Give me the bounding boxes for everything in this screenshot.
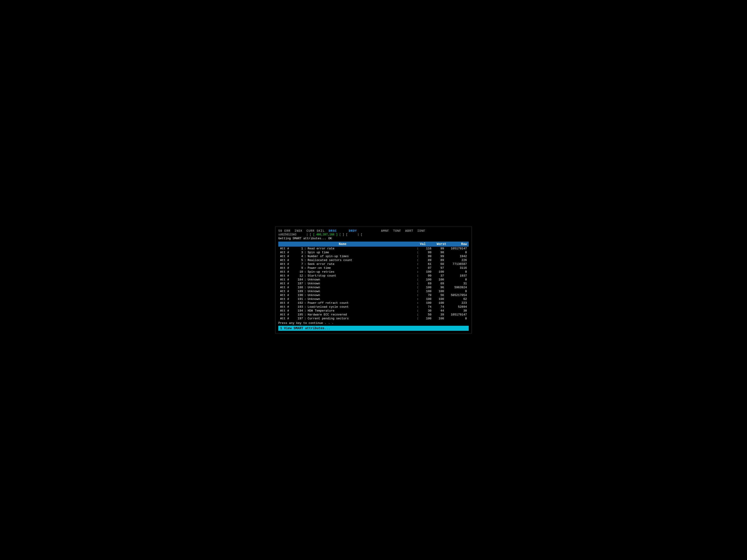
colon2-sep: : [415,251,420,254]
att-number: 9 [293,266,303,270]
table-row: Att # 5 : Reallocated sectors count : 89… [278,258,469,262]
colon2-sep: : [415,297,420,301]
attr-val: 100 [420,286,431,289]
att-number: 184 [293,278,303,282]
attr-raw: 5963924 [444,286,467,289]
colon2-sep: : [415,266,420,270]
address-value: [ 480,397,168 ] [ [313,233,341,236]
attr-val: 116 [420,247,431,250]
attr-worst: 100 [431,297,444,301]
attr-raw: 0 [444,270,467,274]
colon-sep: : [303,313,308,316]
attr-name: Spin-up retries [308,270,415,274]
att-label: Att # [280,293,293,297]
att-label: Att # [280,301,293,305]
attr-name: Hardware ECC recovered [308,313,415,316]
colon-sep: : [303,305,308,309]
attr-val: 74 [420,305,431,309]
colon2-sep: : [415,317,420,320]
attr-worst: 99 [431,247,444,250]
att-label: Att # [280,259,293,262]
attr-name: Power-off retract count [308,301,415,305]
colon2-sep: : [415,309,420,313]
table-row: Att # 9 : Power-on time : 97 97 3116 [278,266,469,270]
att-number: 189 [293,290,303,293]
attr-worst: 100 [431,290,444,293]
attr-val: 100 [420,297,431,301]
colon-sep: : [303,282,308,285]
attr-worst: 99 [431,255,444,258]
table-header: Name Val Worst Raw [278,242,469,247]
att-number: 195 [293,313,303,316]
att-label: Att # [280,274,293,277]
att-label: Att # [280,251,293,254]
attr-raw: 77136587 [444,262,467,266]
attr-raw: 105179147 [444,247,467,250]
table-row: Att # 197 : Current pending sectors : 10… [278,317,469,320]
colon-sep: : [303,293,308,297]
att-label: Att # [280,313,293,316]
attr-worst: 89 [431,259,444,262]
att-label: Att # [280,247,293,250]
attr-name: Load/unload cycle count [308,305,415,309]
attr-raw: 0 [444,278,467,282]
colon-sep: : [303,286,308,289]
attr-worst: 100 [431,270,444,274]
colon2-sep: : [415,293,420,297]
colon-sep: : [303,247,308,250]
col-raw-header: Raw [446,242,467,246]
att-number: 187 [293,282,303,285]
attr-val: 99 [420,255,431,258]
att-label: Att # [280,278,293,282]
attr-val: 100 [420,278,431,282]
att-number: 12 [293,274,303,277]
colon2-sep: : [415,301,420,305]
attr-val: 99 [420,274,431,277]
att-number: 188 [293,286,303,289]
attr-raw: 31 [444,282,467,285]
col-worst-header: Worst [426,242,446,246]
attr-name: Power-on time [308,266,415,270]
colon-sep: : [303,274,308,277]
screen: 50 ERR INDX CURR SKIL DRSC DRDY AMNF TON… [275,226,472,334]
attr-name: Unknown [308,278,415,282]
table-row: Att # 7 : Seek error rate : 61 60 771365… [278,262,469,266]
attr-raw: 3116 [444,266,467,270]
attr-val: 99 [420,251,431,254]
att-number: 10 [293,270,303,274]
attr-name: Current pending sectors [308,317,415,320]
attr-worst: 100 [431,278,444,282]
attr-name: Reallocated sectors count [308,259,415,262]
status-line: Getting SMART attributes... OK [278,237,469,240]
attr-name: Read error rate [308,247,415,250]
attr-name: Unknown [308,293,415,297]
att-number: 197 [293,317,303,320]
colon-sep: : [303,290,308,293]
colon2-sep: : [415,278,420,282]
colon2-sep: : [415,270,420,274]
bottom-menu-bar[interactable]: 1 View SMART attributes... [278,326,469,331]
attr-val: 70 [420,293,431,297]
attr-val: 100 [420,270,431,274]
attr-raw: 105179147 [444,313,467,316]
att-label: Att # [280,262,293,266]
table-row: Att # 1 : Read error rate : 116 99 10517… [278,247,469,250]
attr-worst: 100 [431,301,444,305]
drsc-label: DRSC [329,229,337,233]
attr-name: Unknown [308,297,415,301]
colon2-sep: : [415,247,420,250]
attr-raw: 0 [444,251,467,254]
attr-raw: 52894 [444,305,467,309]
drdy-label: DRDY [349,229,357,233]
press-any-key: Press any key to continue . . . [278,321,469,325]
colon-sep: : [303,270,308,274]
top-bar-mid [337,229,349,233]
attr-val: 97 [420,266,431,270]
table-row: Att # 190 : Unknown : 70 56 505217054 [278,293,469,297]
colon-sep: : [303,262,308,266]
attr-raw: 226 [444,259,467,262]
colon-sep: : [303,255,308,258]
att-number: 192 [293,301,303,305]
colon-sep: : [303,278,308,282]
att-number: 1 [293,247,303,250]
